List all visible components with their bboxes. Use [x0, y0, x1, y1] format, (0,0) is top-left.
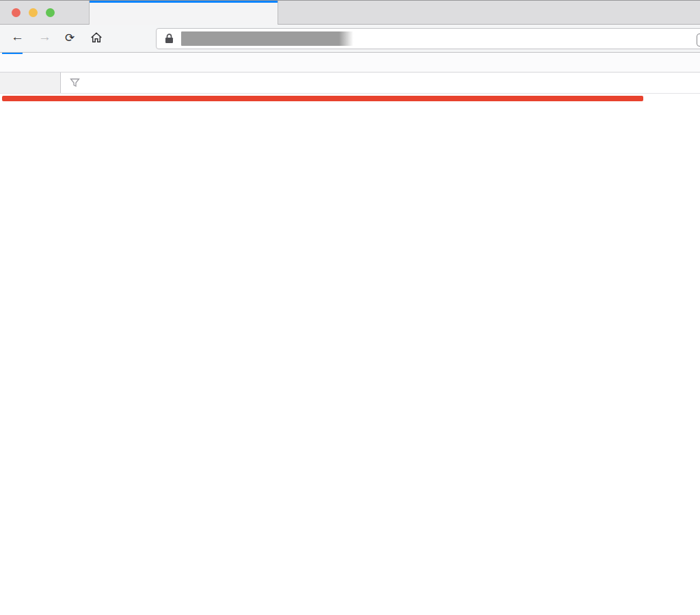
- tab-headers[interactable]: [47, 53, 68, 72]
- json-rows: [0, 94, 700, 615]
- filter-icon: [70, 78, 80, 88]
- forward-button[interactable]: →: [38, 29, 51, 44]
- json-viewer-toolbar: [0, 73, 700, 94]
- json-search-box[interactable]: [61, 73, 85, 93]
- url-redaction-box: [181, 31, 356, 46]
- navigation-bar: ← → ⟳: [0, 25, 700, 53]
- annotation-red-box: [2, 96, 643, 101]
- tab-strip: [0, 0, 700, 25]
- bookmark-icon[interactable]: [697, 34, 700, 47]
- window-close-button[interactable]: [12, 8, 21, 17]
- window-zoom-button[interactable]: [46, 8, 55, 17]
- lock-icon: [165, 34, 174, 44]
- tab-json[interactable]: [2, 53, 23, 72]
- back-button[interactable]: ←: [11, 29, 24, 44]
- tab-raw-data[interactable]: [25, 53, 45, 72]
- toolbar-button-group: [0, 73, 61, 93]
- browser-window: ← → ⟳: [0, 0, 700, 615]
- home-button[interactable]: [90, 31, 103, 47]
- url-path-fade: [339, 31, 357, 47]
- browser-tab[interactable]: [89, 1, 278, 25]
- tab-title-fade: [237, 3, 257, 25]
- json-viewer-tabbar: [0, 53, 700, 73]
- url-bar[interactable]: [156, 28, 700, 49]
- reload-button[interactable]: ⟳: [65, 31, 75, 45]
- window-minimize-button[interactable]: [29, 8, 38, 17]
- home-icon: [90, 31, 103, 44]
